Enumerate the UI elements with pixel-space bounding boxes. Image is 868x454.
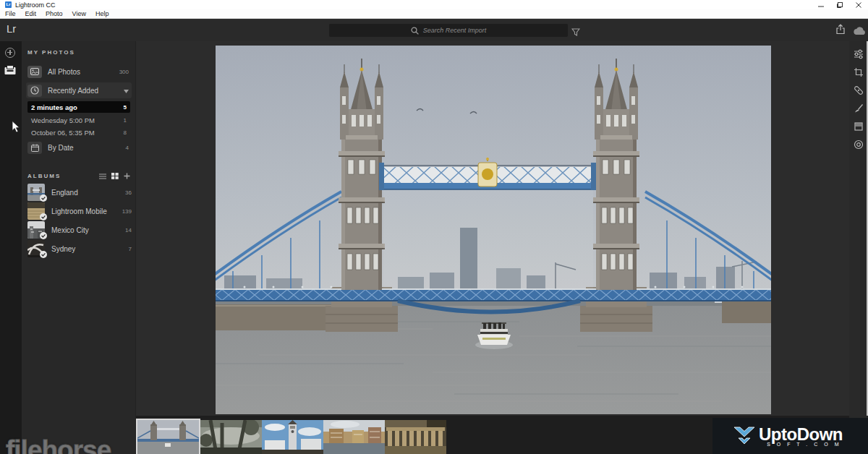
app-header: Lr Search Recent Import	[0, 19, 868, 41]
sidebar-item-recently-added[interactable]: Recently Added	[26, 82, 132, 98]
clock-icon	[27, 85, 42, 97]
menu-help[interactable]: Help	[95, 10, 109, 17]
album-row-england[interactable]: England 36	[26, 183, 132, 202]
album-row-sydney[interactable]: Sydney 7	[26, 239, 132, 258]
uptodown-brand-text: UptoDown	[759, 426, 843, 443]
linear-gradient-button[interactable]	[854, 121, 864, 132]
minimize-icon	[818, 2, 824, 8]
recent-group-count: 1	[124, 117, 127, 124]
sidebar: MY PHOTOS All Photos 300 Recently Added …	[22, 41, 136, 454]
album-cover-england	[27, 184, 45, 201]
radial-gradient-button[interactable]	[854, 140, 864, 150]
edit-tools-rail	[849, 41, 868, 454]
recent-group-label: Wednesday 5:00 PM	[31, 116, 95, 124]
calendar-icon	[27, 142, 42, 154]
recent-group-row[interactable]: 2 minutes ago 5	[27, 101, 130, 113]
stone-colonnade-thumbnail	[385, 420, 446, 454]
window-title: Lightroom CC	[15, 1, 56, 9]
all-photos-count: 300	[119, 69, 129, 75]
add-photos-button[interactable]	[5, 48, 15, 58]
filter-button[interactable]	[571, 26, 580, 39]
adjust-sliders-button[interactable]	[854, 49, 864, 59]
share-icon	[835, 24, 846, 35]
grid-view-button[interactable]	[111, 169, 119, 182]
menu-bar: File Edit Photo View Help	[0, 9, 868, 19]
tower-bridge-photo	[216, 46, 771, 414]
filehorse-watermark: filehorse	[6, 435, 111, 454]
cloud-sync-icon	[853, 27, 866, 35]
maximize-button[interactable]	[830, 0, 849, 9]
sync-check-badge	[40, 251, 47, 260]
radial-gradient-icon	[854, 140, 864, 150]
my-photos-header: MY PHOTOS	[27, 49, 75, 56]
recent-group-row[interactable]: October 06, 5:35 PM 8	[27, 127, 130, 138]
filmstrip-thumb-riverfront-buildings[interactable]	[323, 420, 385, 454]
grid-view-icon	[111, 173, 119, 179]
album-name: Sydney	[51, 245, 75, 253]
album-count: 7	[129, 246, 132, 252]
menu-file[interactable]: File	[5, 10, 16, 17]
album-row-lightroom-mobile[interactable]: Lightroom Mobile 139	[26, 202, 132, 220]
share-button[interactable]	[835, 24, 846, 38]
brush-button[interactable]	[854, 103, 864, 113]
search-input[interactable]: Search Recent Import	[329, 24, 568, 37]
add-album-icon	[124, 173, 130, 179]
menu-edit[interactable]: Edit	[25, 10, 37, 17]
close-icon	[856, 2, 861, 8]
chevron-down-icon[interactable]	[124, 87, 129, 95]
recent-group-count: 5	[124, 104, 127, 111]
brush-icon	[854, 103, 864, 113]
filmstrip-thumb-tower-bridge[interactable]	[137, 420, 199, 454]
recent-group-row[interactable]: Wednesday 5:00 PM 1	[27, 114, 130, 126]
sidebar-item-by-date[interactable]: By Date 4	[26, 140, 132, 155]
filmstrip-thumb-foggy-trees[interactable]	[200, 420, 262, 454]
sidebar-item-all-photos[interactable]: All Photos 300	[26, 64, 132, 80]
healing-brush-button[interactable]	[854, 85, 864, 95]
lightroom-logo: Lr	[7, 22, 16, 35]
main-photo-viewer[interactable]	[216, 46, 771, 414]
search-placeholder: Search Recent Import	[423, 27, 487, 34]
riverfront-buildings-thumbnail	[323, 420, 385, 454]
left-rail	[0, 41, 22, 454]
album-name: Mexico City	[51, 226, 89, 234]
cloud-sync-button[interactable]	[853, 25, 866, 38]
list-view-button[interactable]	[99, 169, 106, 182]
by-date-label: By Date	[48, 144, 74, 152]
all-photos-icon	[27, 66, 42, 78]
import-tray-button[interactable]	[4, 65, 16, 78]
album-cover-sydney	[27, 240, 45, 257]
album-count: 36	[125, 189, 132, 196]
crop-rotate-button[interactable]	[854, 67, 864, 77]
album-count: 14	[125, 227, 132, 234]
album-cover-mexico-city	[27, 221, 45, 239]
crop-icon	[854, 67, 864, 77]
close-button[interactable]	[849, 0, 868, 9]
arrow-cursor	[12, 121, 20, 136]
os-titlebar: Lr Lightroom CC	[0, 0, 868, 9]
album-row-mexico-city[interactable]: Mexico City 14	[26, 220, 132, 239]
recent-group-label: October 06, 5:35 PM	[31, 129, 95, 137]
lightroom-app-window: Lr Lightroom CC File Edit Photo View Hel…	[0, 0, 868, 454]
foggy-trees-thumbnail	[200, 420, 262, 454]
menu-view[interactable]: View	[72, 10, 86, 17]
uptodown-arrow-icon	[733, 427, 755, 446]
uptodown-watermark: UptoDown S O F T . C O M	[712, 418, 868, 454]
recent-group-count: 8	[124, 129, 127, 136]
albums-header-row: ALBUMS	[27, 169, 130, 182]
healing-brush-icon	[854, 85, 864, 95]
filmstrip-thumb-clock-tower[interactable]	[262, 420, 323, 454]
recent-group-label: 2 minutes ago	[31, 103, 77, 111]
uptodown-sub-text: S O F T . C O M	[767, 442, 841, 447]
clock-tower-thumbnail	[262, 420, 323, 454]
recently-added-label: Recently Added	[48, 87, 98, 95]
minimize-button[interactable]	[812, 0, 830, 9]
add-album-button[interactable]	[124, 169, 130, 182]
menu-photo[interactable]: Photo	[46, 10, 63, 17]
search-icon	[411, 27, 419, 35]
by-date-count: 4	[126, 145, 129, 151]
filmstrip-thumb-stone-colonnade[interactable]	[385, 420, 446, 454]
linear-gradient-icon	[854, 121, 864, 132]
album-name: Lightroom Mobile	[51, 207, 107, 215]
filter-funnel-icon	[571, 28, 580, 36]
album-name: England	[51, 189, 78, 197]
